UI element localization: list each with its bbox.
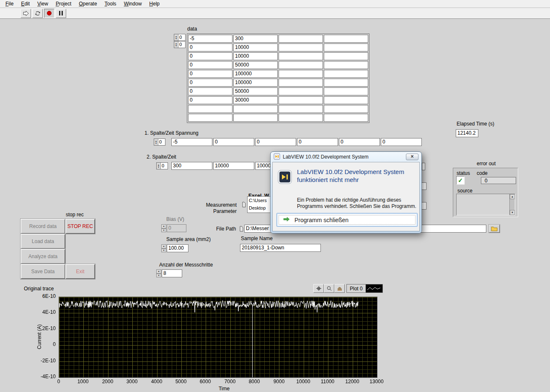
graph-pan-tool-button[interactable] (334, 284, 345, 293)
table-row-index[interactable]: ▲▼ 0 (174, 34, 186, 41)
menu-tools[interactable]: Tools (101, 0, 120, 8)
messschritte-field[interactable]: 8 (162, 269, 182, 277)
table-cell[interactable]: 0 (188, 96, 232, 104)
table-cell[interactable]: 100000 (233, 79, 278, 87)
table-cell[interactable] (324, 96, 368, 104)
array-cell[interactable]: 0 (381, 138, 422, 146)
array-cell[interactable]: 0 (339, 138, 380, 146)
index-arrows-icon[interactable]: ▲▼ (154, 139, 158, 145)
array-cell[interactable]: -5 (171, 138, 212, 146)
table-cell[interactable] (324, 87, 368, 95)
sample-name-field[interactable]: 20180913_1-Down (240, 244, 321, 252)
table-cell[interactable] (188, 105, 232, 113)
table-cell[interactable] (233, 105, 278, 113)
table-cell[interactable]: 50000 (233, 87, 278, 95)
graph-cursor-tool-button[interactable] (313, 284, 324, 293)
table-cell[interactable] (279, 105, 323, 113)
table-col-index[interactable]: ▲▼ 0 (174, 41, 186, 48)
table-cell[interactable] (279, 96, 323, 104)
scrollbar[interactable]: ▲ ▼ (509, 194, 515, 215)
array-cell[interactable]: 300 (171, 162, 212, 170)
analyze-data-button[interactable]: Analyze data (21, 249, 65, 264)
array-cell[interactable]: 0 (255, 138, 296, 146)
table-cell[interactable] (324, 35, 368, 43)
bias-spinner[interactable]: ▲▼ (161, 224, 166, 232)
table-cell[interactable] (279, 35, 323, 43)
table-cell[interactable] (324, 70, 368, 78)
table-cell[interactable]: 0 (188, 70, 232, 78)
table-cell[interactable]: 10000 (233, 44, 278, 51)
spalte1-index[interactable]: ▲▼ 0 (154, 138, 165, 146)
excel-path-field[interactable]: C:\Users Desktop (247, 196, 271, 213)
table-cell[interactable]: 300 (233, 35, 278, 43)
array-cell[interactable]: 0 (213, 138, 254, 146)
table-cell[interactable]: 10000 (233, 52, 278, 60)
messschritte-spinner[interactable]: ▲▼ (156, 269, 161, 277)
array-cell[interactable]: 10000 (213, 162, 254, 170)
table-cell[interactable] (279, 61, 323, 69)
dialog-titlebar[interactable]: LabVIEW 10.0f2 Development System × (271, 152, 421, 162)
menu-view[interactable]: View (34, 0, 52, 8)
index-arrows-icon[interactable]: ▲▼ (174, 41, 178, 48)
table-cell[interactable] (279, 44, 323, 51)
table-cell[interactable]: 0 (188, 44, 232, 51)
sample-area-spinner[interactable]: ▲▼ (161, 244, 166, 252)
plot-legend[interactable]: Plot 0 (346, 284, 383, 293)
run-button[interactable] (21, 9, 31, 18)
run-continuous-button[interactable] (32, 9, 43, 18)
pause-button[interactable] (56, 9, 66, 18)
table-cell[interactable] (279, 87, 323, 95)
menu-project[interactable]: Project (52, 0, 75, 8)
abort-button[interactable] (44, 9, 54, 18)
exit-button[interactable]: Exit (65, 264, 95, 279)
index-arrows-icon[interactable]: ▲▼ (174, 34, 178, 41)
x-tick-label: 13000 (365, 379, 388, 384)
load-data-button[interactable]: Load data (21, 234, 65, 249)
close-program-button[interactable]: Programm schließen (276, 213, 418, 227)
browse-button[interactable] (489, 225, 500, 233)
table-cell[interactable] (324, 61, 368, 69)
error-code-field[interactable]: 0 (481, 177, 516, 184)
table-cell[interactable] (324, 52, 368, 60)
sample-area-field[interactable]: 100.00 (167, 244, 188, 252)
table-cell[interactable] (188, 114, 232, 122)
table-cell[interactable]: 0 (188, 79, 232, 87)
record-data-button[interactable]: Record data (21, 219, 65, 234)
menu-operate[interactable]: Operate (75, 0, 101, 8)
graph-zoom-tool-button[interactable] (324, 284, 334, 293)
table-cell[interactable] (279, 70, 323, 78)
waveform-graph[interactable] (59, 297, 377, 378)
table-cell[interactable] (279, 79, 323, 87)
array-cell[interactable]: 0 (297, 138, 338, 146)
spalte2-index[interactable]: ▲▼ 0 (156, 162, 168, 169)
table-cell[interactable]: 0 (188, 61, 232, 69)
index-arrows-icon[interactable]: ▲▼ (157, 163, 161, 169)
error-source-field[interactable]: ▲ ▼ (456, 194, 515, 215)
table-cell[interactable]: 100000 (233, 70, 278, 78)
stop-rec-button[interactable]: STOP REC (65, 219, 95, 234)
table-cell[interactable] (324, 44, 368, 51)
table-cell[interactable] (233, 114, 278, 122)
scroll-down-icon[interactable]: ▼ (510, 210, 515, 215)
table-cell[interactable]: 0 (188, 52, 232, 60)
graph-title: Original trace (24, 286, 54, 292)
menu-edit[interactable]: Edit (17, 0, 34, 8)
table-cell[interactable] (324, 114, 368, 122)
table-cell[interactable]: 0 (188, 87, 232, 95)
table-cell[interactable]: 50000 (233, 61, 278, 69)
menu-help[interactable]: Help (145, 0, 163, 8)
menu-file[interactable]: File (2, 0, 17, 8)
bias-field[interactable]: 0 (167, 224, 186, 232)
scroll-up-icon[interactable]: ▲ (510, 194, 515, 199)
status-check-icon[interactable]: ✓ (456, 176, 465, 184)
table-cell[interactable] (279, 114, 323, 122)
table-cell[interactable]: 30000 (233, 96, 278, 104)
dialog-close-button[interactable]: × (406, 154, 418, 160)
pause-icon (59, 11, 63, 15)
menu-window[interactable]: Window (120, 0, 146, 8)
table-cell[interactable] (324, 79, 368, 87)
save-data-button[interactable]: Save Data (21, 264, 65, 279)
table-cell[interactable]: -5 (188, 35, 232, 43)
table-cell[interactable] (324, 105, 368, 113)
table-cell[interactable] (279, 52, 323, 60)
